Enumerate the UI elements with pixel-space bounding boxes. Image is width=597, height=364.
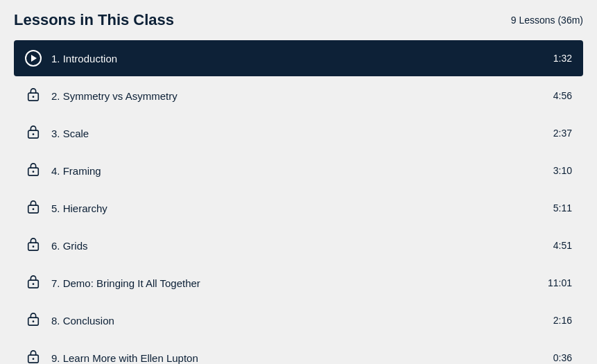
lesson-duration: 4:51 (553, 240, 572, 251)
lesson-duration: 11:01 (548, 277, 572, 288)
lesson-title: 7. Demo: Bringing It All Together (51, 277, 200, 289)
svg-point-1 (33, 96, 35, 98)
lock-icon (25, 87, 42, 104)
lesson-item[interactable]: 5. Hierarchy5:11 (14, 190, 583, 226)
svg-point-11 (33, 283, 35, 285)
lock-icon (25, 200, 42, 216)
svg-point-15 (33, 358, 35, 360)
lesson-item[interactable]: 8. Conclusion2:16 (14, 302, 583, 338)
lesson-item[interactable]: 2. Symmetry vs Asymmetry4:56 (14, 78, 583, 114)
lesson-item[interactable]: 9. Learn More with Ellen Lupton0:36 (14, 340, 583, 364)
lock-icon (25, 275, 42, 291)
page-title: Lessons in This Class (14, 11, 174, 29)
lesson-item[interactable]: 7. Demo: Bringing It All Together11:01 (14, 265, 583, 301)
lesson-duration: 2:16 (553, 315, 572, 326)
svg-point-5 (33, 171, 35, 173)
lesson-left: 5. Hierarchy (25, 200, 107, 216)
lesson-title: 5. Hierarchy (51, 202, 107, 214)
lessons-list: 1. Introduction1:32 2. Symmetry vs Asymm… (14, 40, 583, 364)
svg-point-3 (33, 133, 35, 135)
lesson-duration: 0:36 (553, 352, 572, 363)
lesson-title: 9. Learn More with Ellen Lupton (51, 352, 198, 364)
lesson-item[interactable]: 3. Scale2:37 (14, 115, 583, 151)
lesson-left: 2. Symmetry vs Asymmetry (25, 87, 178, 104)
lock-icon (25, 237, 42, 254)
lessons-header: Lessons in This Class 9 Lessons (36m) (14, 11, 583, 29)
lesson-title: 6. Grids (51, 240, 88, 252)
lesson-left: 3. Scale (25, 125, 89, 141)
svg-point-13 (33, 320, 35, 322)
lesson-left: 4. Framing (25, 162, 101, 179)
lesson-item[interactable]: 4. Framing3:10 (14, 153, 583, 189)
lock-icon (25, 125, 42, 141)
lesson-duration: 4:56 (553, 90, 572, 101)
lesson-left: 8. Conclusion (25, 312, 114, 329)
lesson-duration: 2:37 (553, 128, 572, 139)
play-icon (25, 50, 42, 67)
lesson-title: 2. Symmetry vs Asymmetry (51, 90, 178, 102)
svg-point-7 (33, 208, 35, 210)
lesson-duration: 3:10 (553, 165, 572, 176)
lock-icon (25, 349, 42, 364)
lock-icon (25, 162, 42, 179)
lesson-item[interactable]: 1. Introduction1:32 (14, 40, 583, 76)
lesson-title: 8. Conclusion (51, 315, 114, 327)
lesson-title: 4. Framing (51, 165, 101, 177)
lessons-meta: 9 Lessons (36m) (511, 15, 583, 26)
lesson-left: 9. Learn More with Ellen Lupton (25, 349, 198, 364)
lesson-title: 1. Introduction (51, 53, 117, 64)
svg-point-9 (33, 245, 35, 248)
lesson-left: 1. Introduction (25, 50, 117, 67)
lesson-item[interactable]: 6. Grids4:51 (14, 227, 583, 263)
lock-icon (25, 312, 42, 329)
lessons-container: Lessons in This Class 9 Lessons (36m) 1.… (0, 0, 597, 364)
lesson-duration: 1:32 (553, 53, 572, 64)
lesson-title: 3. Scale (51, 128, 89, 139)
lesson-duration: 5:11 (553, 202, 572, 214)
lesson-left: 6. Grids (25, 237, 88, 254)
lesson-left: 7. Demo: Bringing It All Together (25, 275, 200, 291)
